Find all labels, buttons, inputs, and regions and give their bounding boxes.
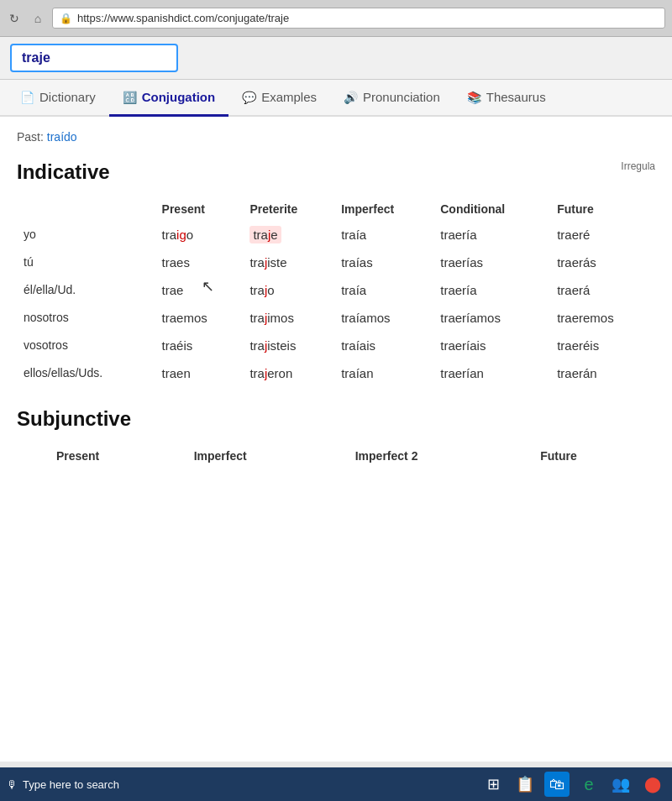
- pronoun-cell: nosotros: [17, 304, 155, 332]
- sub-col-imperfect2: Imperfect 2: [349, 444, 533, 468]
- preterite-cell: trajimos: [243, 304, 334, 332]
- imperfect-cell: traíais: [334, 332, 433, 359]
- conditional-cell: traeríais: [433, 332, 550, 359]
- future-cell: traeréis: [550, 332, 655, 359]
- present-cell: traemos: [155, 304, 244, 332]
- conditional-cell: traería: [433, 276, 550, 304]
- irregular-label: Irregula: [621, 160, 655, 172]
- search-bar: traje: [0, 37, 672, 80]
- pronoun-cell: vosotros: [17, 332, 155, 359]
- taskbar-icons: ⊞ 📋 🛍 e 👥 ⬤: [480, 772, 665, 797]
- col-pronoun: [17, 197, 155, 221]
- pronoun-cell: tú: [17, 249, 155, 276]
- conditional-cell: traeríamos: [433, 304, 550, 332]
- future-cell: traerán: [550, 359, 655, 387]
- table-row: yotraigotrajetraíatraeríatraeré: [17, 221, 655, 249]
- conjugation-table: Present Preterite Imperfect Conditional …: [17, 197, 655, 387]
- subjunctive-table: Present Imperfect Imperfect 2 Future: [17, 444, 655, 468]
- imperfect-cell: traía: [334, 221, 433, 249]
- taskbar-snap-icon[interactable]: ⊞: [480, 772, 506, 797]
- table-row: nosotrostraemostrajimostraíamostraeríamo…: [17, 304, 655, 332]
- lock-icon: 🔒: [60, 13, 72, 24]
- tab-pronunciation[interactable]: 🔊 Pronunciation: [330, 80, 454, 117]
- future-cell: traeremos: [550, 304, 655, 332]
- future-cell: traerás: [550, 249, 655, 276]
- thesaurus-icon: 📚: [467, 91, 481, 104]
- search-input[interactable]: traje: [10, 44, 178, 72]
- taskbar-search-text: Type here to search: [23, 778, 119, 791]
- url-text: https://www.spanishdict.com/conjugate/tr…: [77, 12, 289, 24]
- table-row: él/ella/Ud.traetrajotraíatraeríatraerá: [17, 276, 655, 304]
- conjugation-icon: 🔠: [123, 91, 137, 104]
- imperfect-cell: traíamos: [334, 304, 433, 332]
- home-icon[interactable]: ⌂: [30, 11, 45, 26]
- pronunciation-icon: 🔊: [344, 91, 358, 104]
- conditional-cell: traería: [433, 221, 550, 249]
- conditional-cell: traerían: [433, 359, 550, 387]
- main-content: Past: traído Indicative Irregula Present…: [0, 117, 672, 762]
- tab-conjugation[interactable]: 🔠 Conjugation: [109, 80, 228, 117]
- subjunctive-section: Subjunctive Present Imperfect Imperfect …: [17, 407, 655, 468]
- taskbar-mic-icon: 🎙: [7, 778, 18, 791]
- address-bar[interactable]: 🔒 https://www.spanishdict.com/conjugate/…: [52, 8, 665, 29]
- indicative-title: Indicative: [17, 160, 110, 184]
- taskbar-teams-icon[interactable]: 👥: [608, 772, 633, 797]
- past-participle-line: Past: traído: [17, 130, 655, 144]
- sub-col-pronoun: [17, 444, 50, 468]
- col-preterite: Preterite: [243, 197, 334, 221]
- sub-col-future: Future: [533, 444, 655, 468]
- refresh-icon[interactable]: ↻: [7, 11, 22, 26]
- sub-col-imperfect: Imperfect: [187, 444, 349, 468]
- col-future: Future: [550, 197, 655, 221]
- present-cell: traes: [155, 249, 244, 276]
- tab-dictionary[interactable]: 📄 Dictionary: [7, 80, 109, 117]
- conditional-cell: traerías: [433, 249, 550, 276]
- nav-tabs: 📄 Dictionary 🔠 Conjugation 💬 Examples 🔊 …: [0, 80, 672, 117]
- future-cell: traeré: [550, 221, 655, 249]
- col-present: Present: [155, 197, 244, 221]
- indicative-section: Indicative Irregula Present Preterite Im…: [17, 160, 655, 387]
- taskbar-store-icon[interactable]: 🛍: [544, 772, 570, 797]
- taskbar-clipboard-icon[interactable]: 📋: [512, 772, 538, 797]
- present-cell: traéis: [155, 332, 244, 359]
- present-cell: traigo: [155, 221, 244, 249]
- taskbar-edge-icon[interactable]: e: [576, 772, 601, 797]
- table-row: ellos/ellas/Uds.traentrajerontraíantraer…: [17, 359, 655, 387]
- preterite-cell: trajo: [243, 276, 334, 304]
- future-cell: traerá: [550, 276, 655, 304]
- present-cell: trae: [155, 276, 244, 304]
- table-row: vosotrostraéistrajisteistraíaistraeríais…: [17, 332, 655, 359]
- pronoun-cell: yo: [17, 221, 155, 249]
- preterite-cell: trajisteis: [243, 332, 334, 359]
- browser-controls: ↻ ⌂: [7, 11, 45, 26]
- pronoun-cell: ellos/ellas/Uds.: [17, 359, 155, 387]
- sub-col-present: Present: [50, 444, 187, 468]
- present-cell: traen: [155, 359, 244, 387]
- col-imperfect: Imperfect: [334, 197, 433, 221]
- preterite-cell: trajeron: [243, 359, 334, 387]
- browser-chrome: ↻ ⌂ 🔒 https://www.spanishdict.com/conjug…: [0, 0, 672, 37]
- subjunctive-title: Subjunctive: [17, 407, 655, 431]
- imperfect-cell: traía: [334, 276, 433, 304]
- taskbar-chrome-icon[interactable]: ⬤: [640, 772, 665, 797]
- examples-icon: 💬: [242, 91, 256, 104]
- past-participle-link[interactable]: traído: [47, 130, 77, 144]
- table-row: tútraestrajistetraíastraeríastraerás: [17, 249, 655, 276]
- col-conditional: Conditional: [433, 197, 550, 221]
- pronoun-cell: él/ella/Ud.: [17, 276, 155, 304]
- taskbar-search[interactable]: 🎙 Type here to search: [7, 778, 119, 791]
- preterite-cell: trajiste: [243, 249, 334, 276]
- taskbar: 🎙 Type here to search ⊞ 📋 🛍 e 👥 ⬤: [0, 767, 672, 801]
- dictionary-icon: 📄: [20, 91, 34, 104]
- preterite-cell: traje: [243, 221, 334, 249]
- imperfect-cell: traías: [334, 249, 433, 276]
- imperfect-cell: traían: [334, 359, 433, 387]
- tab-examples[interactable]: 💬 Examples: [228, 80, 330, 117]
- tab-thesaurus[interactable]: 📚 Thesaurus: [454, 80, 559, 117]
